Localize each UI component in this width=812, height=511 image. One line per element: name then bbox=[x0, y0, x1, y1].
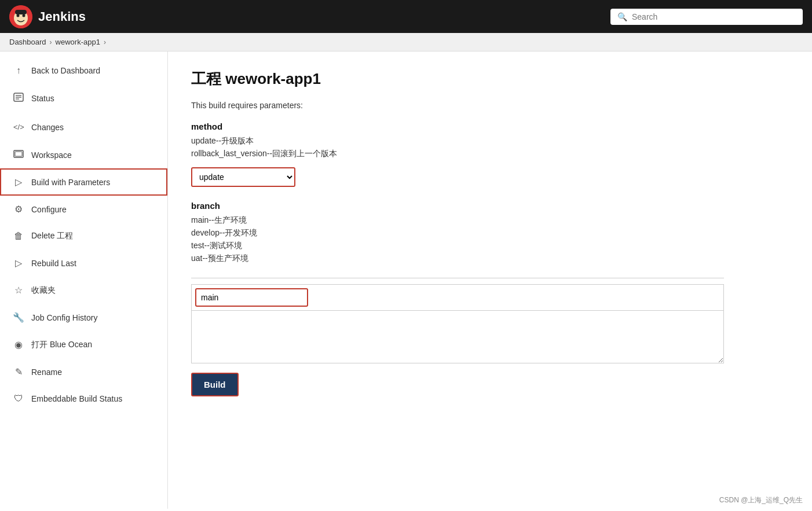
app-header: Jenkins 🔍 bbox=[0, 0, 812, 33]
sidebar-item-job-config-history[interactable]: 🔧 Job Config History bbox=[0, 304, 167, 331]
pencil-icon: ✎ bbox=[13, 366, 24, 377]
sidebar-label-delete-project: Delete 工程 bbox=[31, 231, 73, 241]
sidebar-item-changes[interactable]: </> Changes bbox=[0, 113, 167, 142]
sidebar-label-rebuild-last: Rebuild Last bbox=[31, 259, 76, 268]
method-select[interactable]: update rollback_last_version bbox=[191, 167, 295, 187]
jenkins-logo-icon bbox=[9, 5, 32, 28]
search-icon: 🔍 bbox=[617, 12, 627, 21]
sidebar-label-workspace: Workspace bbox=[31, 150, 72, 160]
branch-textarea[interactable] bbox=[192, 311, 723, 363]
status-icon bbox=[13, 92, 24, 105]
sidebar-label-build-with-parameters: Build with Parameters bbox=[31, 178, 110, 187]
branch-input-top bbox=[192, 285, 723, 311]
logo-area: Jenkins bbox=[9, 5, 86, 28]
sidebar-label-job-config-history: Job Config History bbox=[31, 313, 97, 322]
breadcrumb-sep-1: › bbox=[50, 38, 52, 46]
sidebar-item-status[interactable]: Status bbox=[0, 84, 167, 113]
branch-option-2: test--测试环境 bbox=[191, 241, 789, 251]
sidebar-item-build-with-parameters[interactable]: ▷ Build with Parameters bbox=[0, 168, 167, 196]
search-box[interactable]: 🔍 bbox=[610, 9, 803, 25]
workspace-icon bbox=[13, 150, 24, 160]
branch-option-1: develop--开发环境 bbox=[191, 228, 789, 238]
sidebar: ↑ Back to Dashboard Status </> Changes bbox=[0, 52, 168, 509]
sidebar-label-rename: Rename bbox=[31, 367, 62, 377]
search-input[interactable] bbox=[632, 12, 796, 21]
shield-icon: 🛡 bbox=[13, 394, 24, 404]
svg-text:</>: </> bbox=[13, 123, 24, 131]
breadcrumb-sep-2: › bbox=[104, 38, 106, 46]
breadcrumb: Dashboard › wework-app1 › bbox=[0, 33, 812, 52]
branch-input-container bbox=[191, 284, 724, 363]
wrench-icon: 🔧 bbox=[13, 312, 24, 323]
main-layout: ↑ Back to Dashboard Status </> Changes bbox=[0, 52, 812, 509]
breadcrumb-dashboard[interactable]: Dashboard bbox=[9, 38, 46, 46]
play-icon: ▷ bbox=[13, 177, 24, 188]
branch-divider bbox=[191, 278, 724, 278]
branch-param-label: branch bbox=[191, 201, 789, 211]
sidebar-label-status: Status bbox=[31, 94, 54, 103]
blue-ocean-icon: ◉ bbox=[13, 339, 24, 350]
main-content: 工程 wework-app1 This build requires param… bbox=[168, 52, 812, 509]
branch-input[interactable] bbox=[195, 288, 308, 307]
method-option-1: rollback_last_version--回滚到上一个版本 bbox=[191, 149, 789, 159]
sidebar-item-back-to-dashboard[interactable]: ↑ Back to Dashboard bbox=[0, 57, 167, 84]
sidebar-item-favorites[interactable]: ☆ 收藏夹 bbox=[0, 277, 167, 304]
svg-rect-11 bbox=[15, 152, 22, 156]
build-button[interactable]: Build bbox=[191, 373, 239, 396]
sidebar-label-blue-ocean: 打开 Blue Ocean bbox=[31, 340, 92, 350]
sidebar-item-delete-project[interactable]: 🗑 Delete 工程 bbox=[0, 223, 167, 249]
svg-rect-4 bbox=[15, 10, 27, 14]
breadcrumb-project[interactable]: wework-app1 bbox=[56, 38, 100, 46]
footer-watermark: CSDN @上海_运维_Q先生 bbox=[719, 495, 803, 505]
branch-option-0: main--生产环境 bbox=[191, 215, 789, 226]
sidebar-item-rename[interactable]: ✎ Rename bbox=[0, 358, 167, 385]
method-param-section: method update--升级版本 rollback_last_versio… bbox=[191, 122, 789, 187]
svg-point-2 bbox=[17, 14, 20, 17]
trash-icon: 🗑 bbox=[13, 231, 24, 241]
arrow-up-icon: ↑ bbox=[13, 65, 24, 76]
sidebar-item-embeddable-build-status[interactable]: 🛡 Embeddable Build Status bbox=[0, 385, 167, 412]
star-icon: ☆ bbox=[13, 285, 24, 296]
sidebar-label-favorites: 收藏夹 bbox=[31, 285, 56, 296]
gear-icon: ⚙ bbox=[13, 204, 24, 215]
rebuild-icon: ▷ bbox=[13, 258, 24, 269]
build-description: This build requires parameters: bbox=[191, 101, 789, 110]
sidebar-label-changes: Changes bbox=[31, 123, 64, 132]
method-param-label: method bbox=[191, 122, 789, 131]
page-title: 工程 wework-app1 bbox=[191, 69, 789, 89]
sidebar-item-configure[interactable]: ⚙ Configure bbox=[0, 196, 167, 223]
sidebar-label-back-to-dashboard: Back to Dashboard bbox=[31, 66, 100, 75]
branch-option-3: uat--预生产环境 bbox=[191, 253, 789, 264]
changes-icon: </> bbox=[13, 121, 24, 134]
svg-point-3 bbox=[23, 14, 25, 17]
branch-param-section: branch main--生产环境 develop--开发环境 test--测试… bbox=[191, 201, 789, 264]
sidebar-item-workspace[interactable]: Workspace bbox=[0, 142, 167, 168]
app-title: Jenkins bbox=[38, 9, 86, 24]
sidebar-label-configure: Configure bbox=[31, 205, 67, 214]
sidebar-item-blue-ocean[interactable]: ◉ 打开 Blue Ocean bbox=[0, 331, 167, 358]
sidebar-label-embeddable-build-status: Embeddable Build Status bbox=[31, 394, 122, 403]
method-option-0: update--升级版本 bbox=[191, 136, 789, 146]
sidebar-item-rebuild-last[interactable]: ▷ Rebuild Last bbox=[0, 249, 167, 277]
